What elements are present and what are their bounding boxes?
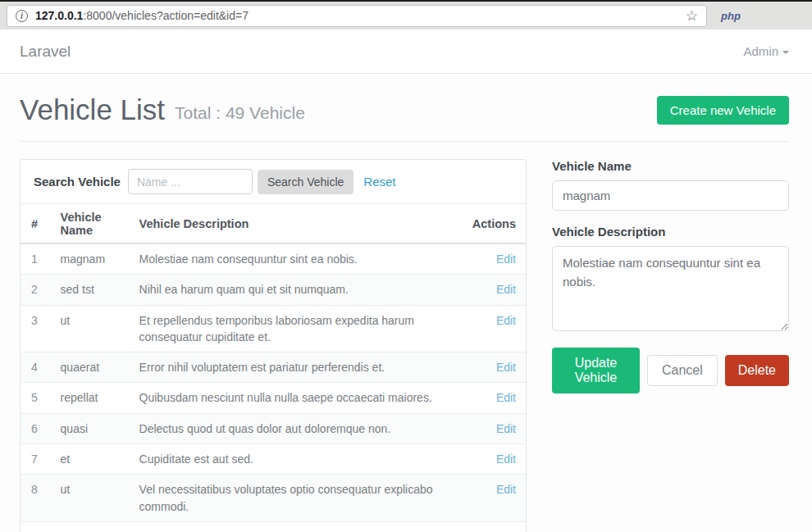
header-num: # (21, 204, 52, 243)
user-dropdown[interactable]: Admin (743, 44, 789, 58)
header-name: Vehicle Name (52, 204, 131, 243)
vehicle-description-field[interactable]: Molestiae nam consequuntur sint ea nobis… (552, 246, 789, 331)
page-header: Vehicle List Total : 49 Vehicle Create n… (20, 74, 789, 141)
page-title: Vehicle List (20, 93, 165, 126)
vehicle-name-cell: ut (52, 475, 131, 522)
vehicle-table: # Vehicle Name Vehicle Description Actio… (21, 204, 526, 532)
vehicle-name-cell: sed tst (52, 275, 131, 305)
vehicle-name-cell: quasi (52, 413, 131, 443)
navbar: Laravel Admin (0, 30, 812, 74)
address-bar[interactable]: i 127.0.0.1:8000/vehicles?action=edit&id… (7, 5, 707, 27)
row-number: 4 (21, 352, 52, 383)
vehicle-name-cell: et (52, 444, 131, 475)
vehicle-description-cell: Quaerat maxime qui dolore. (131, 521, 464, 532)
edit-vehicle-form: Vehicle Name Vehicle Description Molesti… (552, 159, 789, 393)
header-description: Vehicle Description (131, 204, 464, 243)
vehicle-list-card: Search Vehicle Search Vehicle Reset # Ve… (20, 159, 527, 532)
edit-link[interactable]: Edit (496, 361, 516, 374)
vehicle-description-cell: Et repellendus temporibus laboriosam exp… (131, 305, 464, 352)
vehicle-name-cell: quaerat (52, 352, 131, 383)
vehicle-name-cell: ut (52, 305, 131, 352)
form-button-row: Update Vehicle Cancel Delete (552, 348, 789, 393)
total-count-text: Total : 49 Vehicle (175, 97, 305, 123)
vehicle-description-cell: Nihil ea harum quam qui et sit numquam. (131, 275, 464, 305)
edit-link[interactable]: Edit (496, 283, 516, 296)
table-row: 5 repellat Quibusdam nesciunt nulla null… (21, 383, 526, 413)
edit-link[interactable]: Edit (496, 422, 516, 435)
url-host: 127.0.0.1 (35, 9, 83, 22)
vehicle-description-cell: Molestiae nam consequuntur sint ea nobis… (131, 243, 464, 275)
edit-link[interactable]: Edit (496, 483, 516, 496)
header-divider (20, 141, 789, 142)
table-row: 8 ut Vel necessitatibus voluptates optio… (21, 475, 526, 522)
search-input[interactable] (128, 169, 253, 194)
delete-button[interactable]: Delete (725, 355, 789, 386)
row-number: 1 (21, 243, 52, 275)
url-path: :8000/vehicles?action=edit&id=7 (83, 9, 249, 22)
search-button[interactable]: Search Vehicle (258, 170, 354, 194)
update-vehicle-button[interactable]: Update Vehicle (552, 348, 640, 393)
vehicle-name-field[interactable] (552, 180, 789, 211)
browser-chrome: i 127.0.0.1:8000/vehicles?action=edit&id… (0, 0, 812, 30)
chevron-down-icon (782, 51, 789, 54)
user-dropdown-label: Admin (743, 44, 778, 58)
vehicle-name-label: Vehicle Name (552, 159, 789, 173)
table-row: 6 quasi Delectus quod ut quas dolor aut … (21, 413, 526, 443)
table-row: 1 magnam Molestiae nam consequuntur sint… (21, 243, 526, 275)
row-number: 3 (21, 305, 52, 352)
table-row: 3 ut Et repellendus temporibus laboriosa… (21, 305, 526, 352)
table-row: 2 sed tst Nihil ea harum quam qui et sit… (21, 275, 526, 305)
edit-link[interactable]: Edit (496, 314, 516, 327)
vehicle-description-cell: Vel necessitatibus voluptates optio cons… (131, 475, 464, 522)
table-header-row: # Vehicle Name Vehicle Description Actio… (21, 204, 526, 243)
table-row: 4 quaerat Error nihil voluptatem est par… (21, 352, 526, 383)
vehicle-description-cell: Error nihil voluptatem est pariatur perf… (131, 352, 464, 383)
vehicle-description-label: Vehicle Description (552, 225, 789, 239)
search-label: Search Vehicle (34, 175, 121, 189)
vehicle-name-cell: repellat (52, 383, 131, 413)
brand-link[interactable]: Laravel (20, 43, 71, 61)
row-number: 8 (21, 475, 52, 522)
create-vehicle-button[interactable]: Create new Vehicle (657, 96, 789, 125)
edit-link[interactable]: Edit (496, 452, 516, 466)
table-row: 9 voluptates Quaerat maxime qui dolore. … (21, 521, 526, 532)
edit-link[interactable]: Edit (496, 391, 516, 404)
vehicle-description-cell: Cupiditate est aut sed. (131, 444, 464, 475)
vehicle-description-cell: Delectus quod ut quas dolor aut doloremq… (131, 413, 464, 443)
table-row: 7 et Cupiditate est aut sed. Edit (21, 444, 526, 475)
header-actions: Actions (464, 204, 526, 243)
row-number: 9 (21, 521, 52, 532)
row-number: 6 (21, 413, 52, 443)
cancel-button[interactable]: Cancel (647, 355, 718, 386)
vehicle-name-cell: magnam (52, 243, 131, 275)
vehicle-name-cell: voluptates (52, 521, 131, 532)
vehicle-description-cell: Quibusdam nesciunt nulla nulla saepe occ… (131, 383, 464, 413)
search-bar: Search Vehicle Search Vehicle Reset (21, 160, 526, 204)
site-info-icon[interactable]: i (16, 10, 28, 22)
row-number: 7 (21, 444, 52, 475)
php-extension-badge[interactable]: php (721, 10, 741, 22)
reset-link[interactable]: Reset (363, 175, 395, 189)
bookmark-star-icon[interactable]: ☆ (686, 9, 698, 23)
row-number: 5 (21, 383, 52, 413)
row-number: 2 (21, 275, 52, 305)
edit-link[interactable]: Edit (496, 252, 516, 266)
